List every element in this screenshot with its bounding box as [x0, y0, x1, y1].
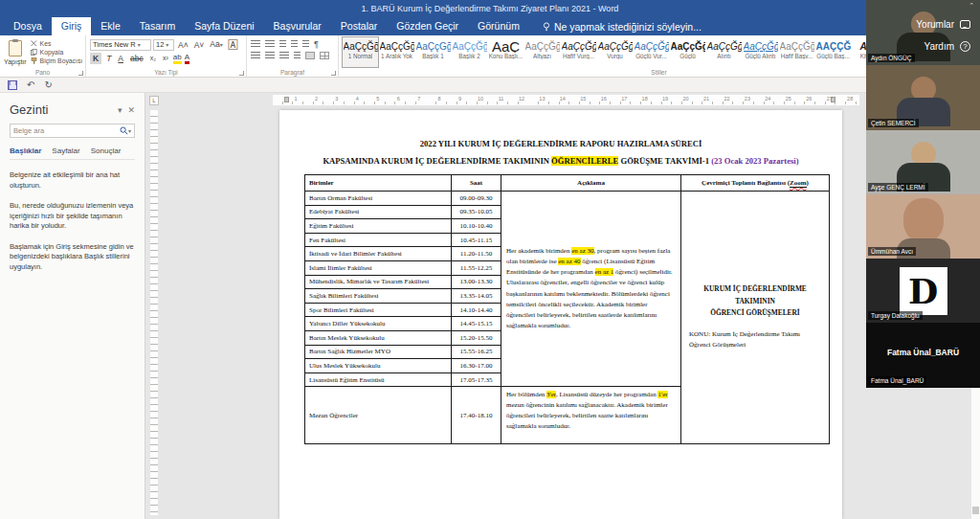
font-color-button[interactable]: A	[185, 53, 189, 64]
tell-me-box[interactable]: Ne yapmak istediğinizi söyleyin...	[543, 17, 702, 35]
pane-options-icon[interactable]: ▾	[118, 105, 122, 115]
style-ba-l-k-1[interactable]: AaÇçGğBaşlık 1	[415, 37, 451, 67]
style-al-nt-[interactable]: AaÇçĞğAlıntı	[706, 37, 742, 67]
align-right-icon[interactable]	[279, 52, 289, 59]
nav-tab-sonuçlar[interactable]: Sonuçlar	[91, 147, 122, 155]
pane-close-icon[interactable]: ✕	[127, 105, 135, 115]
nav-tab-sayfalar[interactable]: Sayfalar	[52, 147, 79, 155]
ribbon-tab-giriş[interactable]: Giriş	[52, 17, 92, 35]
font-size-select[interactable]: 12▾	[153, 39, 174, 51]
show-marks-icon[interactable]: ¶	[314, 39, 319, 49]
ribbon-tab-görünüm[interactable]: Görünüm	[468, 17, 529, 35]
graduate-time-cell: 17.40-18.10	[451, 386, 501, 442]
unit-cell: Bartın Sağlık Hizmetler MYO	[305, 345, 451, 359]
nav-tab-başlıklar[interactable]: Başlıklar	[10, 147, 41, 155]
ribbon-tab-başvurular[interactable]: Başvurular	[264, 17, 331, 35]
style-vurgu[interactable]: AaÇçĞğHVurgu	[597, 37, 633, 67]
subscript-button[interactable]: x₂	[148, 53, 158, 64]
decrease-indent-icon[interactable]	[291, 40, 298, 48]
help-button[interactable]: Yardım ?	[924, 41, 971, 52]
ruler-number: 7	[417, 96, 420, 102]
style-g-l-[interactable]: AaÇçĞğHGüçlü	[670, 37, 705, 67]
text-segment: en az 1	[595, 268, 614, 276]
increase-indent-icon[interactable]	[302, 40, 309, 48]
title-bar: 1. BARÜ Kurum İç Değerlendirme Takımı Zi…	[0, 0, 980, 17]
ribbon-tab-postalar[interactable]: Postalar	[331, 17, 388, 35]
copy-button[interactable]: Kopyala	[31, 49, 83, 56]
style-konu-ba-l-[interactable]: AaÇKonu Başlı...	[488, 37, 523, 67]
participant-tile[interactable]: DTurgay Dalakoğlu	[866, 259, 980, 323]
participant-name-label: Ayşe GENÇ LERMİ	[868, 183, 928, 192]
collapse-videobar-icon[interactable]: ⌃	[969, 2, 974, 10]
style-hafif-ba-v-[interactable]: AaÇçĞğHHafif Başv...	[779, 37, 814, 67]
ribbon-tab-dosya[interactable]: Dosya	[4, 17, 52, 35]
description-text: Her akademik birimden en az 30, program …	[506, 246, 676, 332]
text-highlight-button[interactable]: ab	[173, 53, 182, 64]
ruler-number: 17	[621, 96, 627, 102]
underline-button[interactable]: A	[116, 53, 125, 64]
ribbon-tab-gözden geçir[interactable]: Gözden Geçir	[387, 17, 468, 35]
format-painter-button[interactable]: Biçim Boyacısı	[31, 57, 83, 64]
shading-icon[interactable]	[305, 52, 315, 59]
style-g-l-al-nt-[interactable]: AaÇçĞğGüçlü Alıntı	[743, 37, 778, 67]
undo-icon[interactable]: ↶	[27, 80, 34, 90]
shrink-font-button[interactable]: A˅	[192, 39, 207, 51]
clipboard-dialog-launcher[interactable]	[78, 71, 83, 76]
document-search-input[interactable]: Belge ara ▾	[10, 124, 135, 138]
ruler-number: 1	[294, 96, 297, 102]
align-left-icon[interactable]	[251, 52, 260, 59]
video-conference-sidebar: Aydın ÖNGÜÇÇetin SEMERCİAyşe GENÇ LERMİÜ…	[866, 0, 980, 388]
italic-button[interactable]: T	[104, 53, 113, 64]
ruler-number: 28	[847, 96, 853, 102]
participant-tile[interactable]: Ayşe GENÇ LERMİ	[866, 130, 980, 194]
style-ba-l-k-2[interactable]: AaÇçĞğİBaşlık 2	[452, 37, 487, 67]
multilevel-list-icon[interactable]	[279, 40, 286, 48]
scrollbar-button[interactable]	[972, 507, 979, 514]
ribbon-tab-sayfa düzeni[interactable]: Sayfa Düzeni	[185, 17, 263, 35]
grow-font-button[interactable]: A˄	[176, 39, 190, 51]
save-icon[interactable]	[8, 80, 17, 90]
participant-tile[interactable]: Ümmühan Avcı	[866, 194, 980, 259]
document-page[interactable]: 2022 YILI KURUM İÇ DEĞERLENDİRME RAPORU …	[279, 110, 842, 519]
change-case-button[interactable]: Aa▾	[208, 38, 224, 51]
style-g-l-ba-[interactable]: AAÇÇĞĞHGüçlü Baş...	[815, 37, 851, 67]
bold-button[interactable]: K	[90, 53, 101, 64]
time-cell: 10.10-10.40	[451, 218, 501, 233]
style-hafif-vurg-[interactable]: AaÇçĞğHHafif Vurg...	[561, 37, 596, 67]
font-name-select[interactable]: Times New R▾	[90, 39, 151, 51]
style-altyaz-[interactable]: AaÇçĞğHAltyazı	[524, 37, 560, 67]
style-1-aral-k-yok[interactable]: AaÇçĞğİ1 Aralık Yok	[379, 37, 414, 67]
cut-button[interactable]: Kes	[31, 40, 83, 47]
time-cell: 11.20-11.50	[451, 246, 501, 260]
clear-format-button[interactable]: 🄰	[227, 39, 239, 51]
zoom-link-word[interactable]: Zoom	[790, 179, 807, 188]
nav-help-text: Bu, nerede olduğunuzu izlemenin veya içe…	[10, 201, 135, 232]
tab-selector[interactable]: L	[149, 96, 159, 105]
paragraph-dialog-launcher[interactable]	[331, 71, 336, 76]
paste-button[interactable]: Yapıştır	[4, 37, 27, 67]
document-scrollbar[interactable]	[971, 388, 980, 519]
search-options-icon[interactable]: ▾	[128, 127, 131, 134]
align-center-icon[interactable]	[265, 52, 275, 59]
meeting-topic-text: KONU: Kurum İç Değerlendirme Takımı Öğre…	[689, 329, 821, 350]
header-aciklama: Açıklama	[501, 175, 680, 191]
ribbon-tab-tasarım[interactable]: Tasarım	[130, 17, 185, 35]
participant-tile[interactable]: Fatma Ünal_BARÜFatma Ünal_BARÜ	[866, 323, 980, 388]
unit-cell: İslami İlimler Fakültesi	[305, 260, 451, 275]
style-1-normal[interactable]: AaÇçĞğİ1 Normal	[343, 37, 378, 67]
superscript-button[interactable]: x²	[161, 53, 170, 64]
borders-icon[interactable]	[320, 52, 329, 59]
numbered-list-icon[interactable]	[265, 40, 275, 48]
ribbon-tab-ekle[interactable]: Ekle	[91, 17, 129, 35]
strikethrough-button[interactable]: abc	[128, 53, 145, 64]
paste-icon	[9, 40, 22, 56]
bullet-list-icon[interactable]	[251, 40, 260, 48]
font-dialog-launcher[interactable]	[239, 71, 244, 76]
style-preview: AaÇçĞğH	[780, 40, 814, 53]
redo-icon[interactable]: ↻	[44, 80, 52, 90]
style-g-l-vur-[interactable]: AaÇçĞğHGüçlü Vur...	[634, 37, 669, 67]
comments-button[interactable]: Yorumlar	[916, 19, 970, 30]
participant-tile[interactable]: Çetin SEMERCİ	[866, 65, 980, 130]
indent-marker[interactable]	[284, 97, 289, 102]
line-spacing-icon[interactable]	[294, 52, 301, 59]
